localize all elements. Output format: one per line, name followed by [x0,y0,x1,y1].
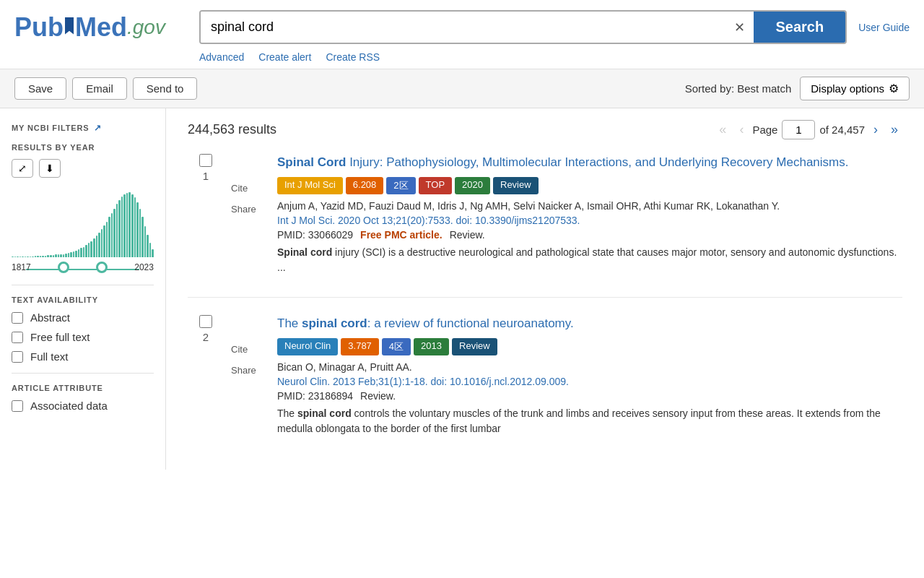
chart-bar [60,254,62,258]
download-chart-button[interactable]: ⬇ [39,159,61,178]
abstract-checkbox[interactable] [12,312,23,324]
associated-data-checkbox[interactable] [12,400,23,412]
badge-if-2: 3.787 [341,338,379,355]
results-chart [12,185,154,257]
chart-bar [53,255,55,257]
filter-associated-data: Associated data [12,400,154,412]
external-link-icon: ↗ [94,123,102,133]
page-input[interactable] [782,120,815,139]
results-header: 244,563 results « ‹ Page of 24,457 › » [188,120,902,139]
chart-bar [141,217,144,257]
article-2-badges: Neurol Clin 3.787 4区 2013 Review [277,338,902,355]
toolbar: Save Email Send to Sorted by: Best match… [0,69,924,108]
chart-bar [147,235,149,258]
chart-bar [25,256,27,257]
chart-bar [118,200,121,257]
chart-bar [116,204,118,257]
badge-journal-1: Int J Mol Sci [277,177,343,194]
article-1-pmid-line: PMID: 33066029 Free PMC article. Review. [277,229,902,241]
article-1-title[interactable]: Spinal Cord Injury: Pathophysiology, Mul… [277,154,902,171]
expand-chart-button[interactable]: ⤢ [12,159,33,178]
free-full-text-checkbox[interactable] [12,332,23,343]
chart-bar [80,248,82,257]
user-guide-link[interactable]: User Guide [858,22,910,33]
chart-bar [58,254,60,257]
badge-year-1: 2020 [455,177,490,194]
last-page-button[interactable]: » [886,121,902,139]
display-options-button[interactable]: Display options ⚙ [800,77,910,100]
article-2-title[interactable]: The spinal cord: a review of functional … [277,315,902,332]
toolbar-left: Save Email Send to [14,77,197,100]
sidebar-divider-2 [12,373,154,374]
advanced-link[interactable]: Advanced [199,51,244,63]
badge-zone-1: 2区 [386,177,415,194]
create-rss-link[interactable]: Create RSS [326,51,380,63]
badge-year-2: 2013 [414,338,449,355]
pagination: « ‹ Page of 24,457 › » [715,120,902,139]
year-controls: ⤢ ⬇ [12,159,154,178]
chart-bar [106,222,108,258]
next-page-button[interactable]: › [869,121,882,139]
article-2-pmid-line: PMID: 23186894 Review. [277,390,902,402]
save-button[interactable]: Save [14,77,66,100]
search-button[interactable]: Search [754,12,845,43]
full-text-checkbox[interactable] [12,351,23,363]
header-links: Advanced Create alert Create RSS [14,51,910,69]
article-1-checkbox[interactable] [199,154,212,167]
first-page-button[interactable]: « [715,121,731,139]
article-1-badges: Int J Mol Sci 6.208 2区 TOP 2020 Review [277,177,902,194]
chart-bar [27,256,29,257]
chart-bar [47,255,49,257]
article-2-title-rest: : a review of functional neuroanatomy. [367,316,574,330]
article-1-title-rest: Injury: Pathophysiology, Multimolecular … [346,155,848,169]
article-divider-1 [188,297,902,298]
search-clear-button[interactable]: ✕ [725,12,754,43]
chart-bar [85,245,87,257]
prev-page-button[interactable]: ‹ [735,121,748,139]
article-1-cite-button[interactable]: Cite [231,183,248,194]
display-options-label: Display options [811,82,884,95]
results-count: 244,563 results [188,122,276,137]
logo-med: Med [75,12,127,43]
chart-bar [78,249,80,257]
article-2-num-col: 2 [188,315,224,436]
chart-bar [45,256,47,257]
chart-bar [152,249,154,257]
ncbi-filters-label: MY NCBI FILTERS ↗ [12,123,154,133]
logo-gov: .gov [127,16,165,39]
article-2-journal: Neurol Clin. 2013 Feb;31(1):1-18. doi: 1… [277,376,902,387]
chart-bar [108,217,110,257]
badge-review-2: Review [452,338,497,355]
toolbar-right: Sorted by: Best match Display options ⚙ [685,77,910,100]
chart-bar [30,256,32,257]
search-input[interactable] [201,12,725,43]
article-2-cite-button[interactable]: Cite [231,344,248,355]
chart-bar [83,247,85,257]
sort-label: Sorted by: Best match [685,82,792,95]
article-2-checkbox[interactable] [199,315,212,328]
article-2-review: Review. [360,390,396,402]
article-1-num-col: 1 [188,154,224,275]
year-range: 1817 2023 [12,262,154,273]
chart-bar [22,256,24,257]
results-area: 244,563 results « ‹ Page of 24,457 › » 1… [166,108,924,470]
badge-top-1: TOP [419,177,453,194]
page-label: Page [752,124,777,136]
create-alert-link[interactable]: Create alert [258,51,311,63]
chart-bar [70,252,72,257]
sidebar: MY NCBI FILTERS ↗ RESULTS BY YEAR ⤢ ⬇ 18… [0,108,166,470]
chart-bar [93,238,95,257]
article-1-pmc-link[interactable]: Free PMC article. [360,229,443,241]
email-button[interactable]: Email [72,77,127,100]
article-1-abstract: Spinal cord injury (SCI) is a destructiv… [277,245,902,275]
search-bar: ✕ Search [199,10,847,44]
send-to-button[interactable]: Send to [133,77,198,100]
article-2-share-button[interactable]: Share [231,365,256,376]
range-end-handle[interactable] [96,262,108,273]
range-start-handle[interactable] [58,262,69,273]
article-1-title-highlight: Spinal Cord [277,155,346,169]
chart-bar [37,256,39,257]
sidebar-divider-1 [12,285,154,285]
chart-bar [126,193,128,257]
article-1-share-button[interactable]: Share [231,204,256,215]
